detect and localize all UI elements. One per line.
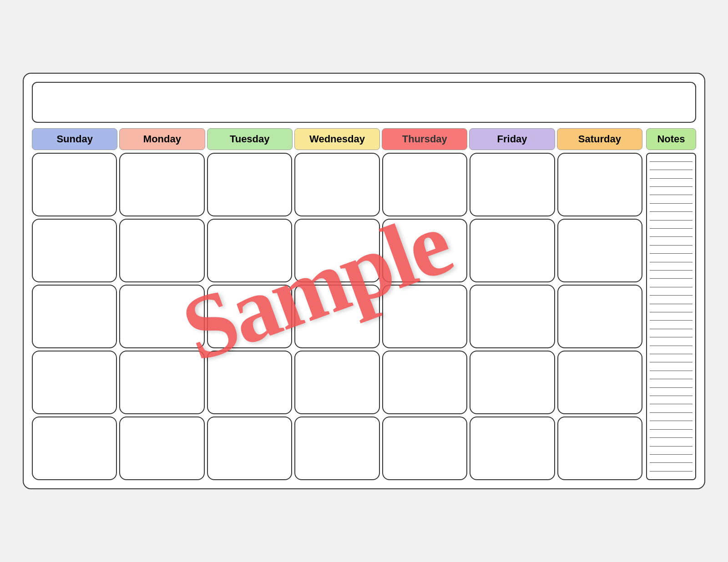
header-monday: Monday	[119, 128, 205, 150]
day-cell[interactable]	[32, 153, 117, 216]
notes-line	[650, 161, 693, 162]
notes-line	[650, 304, 693, 304]
notes-line	[650, 253, 693, 254]
day-cell[interactable]	[294, 153, 379, 216]
notes-line	[650, 471, 693, 472]
header-friday: Friday	[469, 128, 555, 150]
notes-line	[650, 312, 693, 312]
notes-line	[650, 211, 693, 212]
calendar-grid: Sunday Monday Tuesday Wednesday Thursday…	[32, 128, 642, 480]
day-cell[interactable]	[470, 351, 555, 414]
notes-line	[650, 278, 693, 279]
notes-line	[650, 270, 693, 271]
header-tuesday: Tuesday	[207, 128, 293, 150]
day-cell[interactable]	[382, 285, 467, 348]
header-row: Sunday Monday Tuesday Wednesday Thursday…	[32, 128, 642, 150]
day-cell[interactable]	[382, 351, 467, 414]
week-row-2	[32, 219, 642, 282]
day-cell[interactable]	[557, 153, 642, 216]
notes-line	[650, 236, 693, 237]
day-cell[interactable]	[119, 351, 204, 414]
notes-line	[650, 429, 693, 430]
day-cell[interactable]	[557, 351, 642, 414]
notes-header: Notes	[646, 128, 696, 150]
day-cell[interactable]	[294, 416, 379, 480]
notes-column: Notes	[646, 128, 696, 480]
day-cell[interactable]	[470, 416, 555, 480]
notes-line	[650, 245, 693, 246]
header-saturday: Saturday	[557, 128, 642, 150]
notes-line	[650, 228, 693, 229]
day-cell[interactable]	[207, 153, 292, 216]
notes-line	[650, 404, 693, 404]
day-cell[interactable]	[119, 416, 204, 480]
notes-line	[650, 371, 693, 371]
day-cell[interactable]	[32, 416, 117, 480]
day-cell[interactable]	[294, 219, 379, 282]
day-cell[interactable]	[294, 285, 379, 348]
day-cell[interactable]	[382, 416, 467, 480]
notes-line	[650, 362, 693, 362]
title-bar	[32, 82, 696, 123]
notes-line	[650, 262, 693, 262]
notes-lines-container[interactable]	[646, 153, 696, 480]
notes-line	[650, 186, 693, 187]
day-cell[interactable]	[470, 153, 555, 216]
week-row-3	[32, 285, 642, 348]
day-cell[interactable]	[557, 285, 642, 348]
notes-line	[650, 346, 693, 346]
day-cell[interactable]	[32, 285, 117, 348]
week-row-5	[32, 416, 642, 480]
notes-line	[650, 170, 693, 170]
notes-line	[650, 329, 693, 329]
day-cell[interactable]	[119, 285, 204, 348]
notes-line	[650, 337, 693, 337]
week-row-4	[32, 351, 642, 414]
day-cell[interactable]	[119, 153, 204, 216]
notes-line	[650, 462, 693, 463]
notes-line	[650, 203, 693, 204]
notes-line	[650, 396, 693, 396]
day-cell[interactable]	[294, 351, 379, 414]
day-cell[interactable]	[382, 219, 467, 282]
day-cell[interactable]	[470, 219, 555, 282]
notes-line	[650, 387, 693, 388]
day-cell[interactable]	[207, 219, 292, 282]
day-cell[interactable]	[207, 351, 292, 414]
notes-line	[650, 379, 693, 379]
notes-line	[650, 195, 693, 195]
day-cell[interactable]	[119, 219, 204, 282]
day-cell[interactable]	[32, 351, 117, 414]
day-cell[interactable]	[557, 219, 642, 282]
day-cell[interactable]	[557, 416, 642, 480]
header-thursday: Thursday	[382, 128, 467, 150]
notes-line	[650, 295, 693, 296]
day-cell[interactable]	[207, 416, 292, 480]
notes-line	[650, 287, 693, 287]
weeks-container	[32, 153, 642, 480]
calendar-wrapper: Sunday Monday Tuesday Wednesday Thursday…	[23, 73, 705, 489]
notes-line	[650, 354, 693, 354]
notes-line	[650, 178, 693, 179]
notes-line	[650, 437, 693, 438]
notes-line	[650, 446, 693, 447]
notes-line	[650, 454, 693, 455]
notes-line	[650, 320, 693, 321]
calendar-main: Sunday Monday Tuesday Wednesday Thursday…	[32, 128, 696, 480]
day-cell[interactable]	[32, 219, 117, 282]
header-wednesday: Wednesday	[294, 128, 380, 150]
day-cell[interactable]	[382, 153, 467, 216]
week-row-1	[32, 153, 642, 216]
day-cell[interactable]	[207, 285, 292, 348]
day-cell[interactable]	[470, 285, 555, 348]
header-sunday: Sunday	[32, 128, 117, 150]
notes-line	[650, 412, 693, 413]
notes-line	[650, 421, 693, 421]
notes-line	[650, 220, 693, 221]
